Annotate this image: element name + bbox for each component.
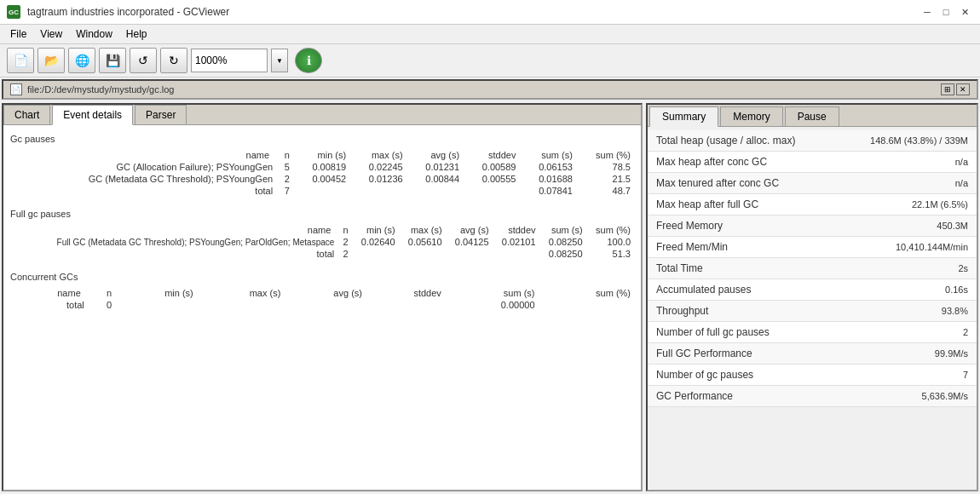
concurrent-gcs-total-sum: 0.00000 xyxy=(445,299,539,311)
gc-pauses-row2-min: 0.00452 xyxy=(293,173,349,185)
summary-label-5: Freed Mem/Min xyxy=(656,241,896,253)
full-gc-pauses-row1-avg: 0.04125 xyxy=(446,236,493,248)
tab-summary[interactable]: Summary xyxy=(649,106,718,127)
summary-label-6: Total Time xyxy=(656,262,958,274)
gc-pauses-row1-max: 0.02245 xyxy=(349,161,406,173)
zoom-dropdown[interactable]: ▼ xyxy=(271,49,288,72)
gc-pauses-row1-name: GC (Allocation Failure); PSYoungGen xyxy=(10,161,276,173)
gc-pauses-row1-avg: 0.01231 xyxy=(406,161,463,173)
new-button[interactable]: 📄 xyxy=(7,48,34,73)
title-text: tagtraum industries incorporated - GCVie… xyxy=(27,6,912,18)
summary-value-7: 0.16s xyxy=(945,284,968,295)
col-name: name xyxy=(10,149,276,161)
fcol-n: n xyxy=(337,224,351,236)
summary-value-9: 2 xyxy=(963,327,968,337)
tab-memory[interactable]: Memory xyxy=(720,106,782,126)
menu-file[interactable]: File xyxy=(3,26,33,42)
full-gc-pauses-total-label: total xyxy=(10,248,337,260)
summary-label-9: Number of full gc pauses xyxy=(656,326,963,338)
fcol-name: name xyxy=(10,224,337,236)
tab-chart[interactable]: Chart xyxy=(3,105,50,124)
col-avg: avg (s) xyxy=(406,149,463,161)
file-path-btn1[interactable]: ⊞ xyxy=(941,83,954,95)
tab-parser[interactable]: Parser xyxy=(135,105,187,124)
gc-pauses-total-pct: 48.7 xyxy=(576,185,634,197)
col-min: min (s) xyxy=(293,149,349,161)
file-path-text: file:/D:/dev/mystudy/mystudy/gc.log xyxy=(27,84,174,95)
file-icon: 📄 xyxy=(10,83,22,95)
summary-value-4: 450.3M xyxy=(937,221,968,231)
tab-pause[interactable]: Pause xyxy=(785,106,839,126)
col-max: max (s) xyxy=(349,149,406,161)
maximize-button[interactable]: □ xyxy=(937,5,954,19)
full-gc-pauses-row1-stddev: 0.02101 xyxy=(493,236,539,248)
file-path-bar: 📄 file:/D:/dev/mystudy/mystudy/gc.log ⊞ … xyxy=(2,79,978,100)
gc-pauses-row2-n: 2 xyxy=(276,173,293,185)
left-panel: Chart Event details Parser Gc pauses nam… xyxy=(2,103,643,491)
summary-label-3: Max heap after full GC xyxy=(656,198,912,210)
app-icon: GC xyxy=(7,5,20,19)
col-n: n xyxy=(276,149,293,161)
full-gc-pauses-total-n: 2 xyxy=(337,248,351,260)
file-path-btn2[interactable]: ✕ xyxy=(956,83,970,95)
gc-pauses-section: Gc pauses name n min (s) max (s) avg (s)… xyxy=(10,132,634,197)
open-button[interactable]: 📂 xyxy=(37,48,65,73)
ccol-n: n xyxy=(88,287,115,299)
summary-label-4: Freed Memory xyxy=(656,220,937,232)
summary-row-6: Total Time 2s xyxy=(648,258,977,279)
ccol-avg: avg (s) xyxy=(284,287,366,299)
summary-label-10: Full GC Performance xyxy=(656,348,935,359)
gc-pauses-row2-stddev: 0.00555 xyxy=(463,173,519,185)
col-sum-pct: sum (%) xyxy=(576,149,634,161)
right-panel: Summary Memory Pause Total heap (usage /… xyxy=(646,103,978,491)
gc-pauses-total-sum: 0.07841 xyxy=(519,185,575,197)
summary-value-11: 7 xyxy=(963,370,968,380)
col-stddev: stddev xyxy=(463,149,519,161)
ccol-stddev: stddev xyxy=(366,287,445,299)
fcol-sum: sum (s) xyxy=(539,224,586,236)
web-button[interactable]: 🌐 xyxy=(68,48,95,73)
ccol-name: name xyxy=(10,287,88,299)
refresh-button[interactable]: ↻ xyxy=(160,48,187,73)
ccol-min: min (s) xyxy=(115,287,197,299)
summary-label-8: Throughput xyxy=(656,305,942,317)
save-button[interactable]: 💾 xyxy=(99,48,126,73)
gc-pauses-row-1: GC (Allocation Failure); PSYoungGen 5 0.… xyxy=(10,161,634,173)
full-gc-pauses-row1-min: 0.02640 xyxy=(352,236,399,248)
gc-pauses-row2-name: GC (Metadata GC Threshold); PSYoungGen xyxy=(10,173,276,185)
summary-value-12: 5,636.9M/s xyxy=(922,391,968,401)
menu-view[interactable]: View xyxy=(33,26,69,42)
concurrent-gcs-total-label: total xyxy=(10,299,88,311)
gc-pauses-row2-sumpct: 21.5 xyxy=(576,173,634,185)
summary-row-9: Number of full gc pauses 2 xyxy=(648,322,977,343)
reload-button[interactable]: ↺ xyxy=(130,48,157,73)
summary-label-0: Total heap (usage / alloc. max) xyxy=(656,135,870,146)
gc-pauses-row2-avg: 0.00844 xyxy=(406,173,463,185)
right-tabs: Summary Memory Pause xyxy=(648,105,977,127)
gc-pauses-row1-min: 0.00819 xyxy=(293,161,349,173)
ccol-sum: sum (s) xyxy=(445,287,539,299)
full-gc-pauses-row1-sum: 0.08250 xyxy=(539,236,586,248)
fcol-sum-pct: sum (%) xyxy=(586,224,634,236)
full-gc-pauses-title: Full gc pauses xyxy=(10,207,634,221)
menu-help[interactable]: Help xyxy=(119,26,154,42)
full-gc-pauses-row1-max: 0.05610 xyxy=(399,236,446,248)
menu-window[interactable]: Window xyxy=(69,26,119,42)
concurrent-gcs-total-n: 0 xyxy=(88,299,115,311)
concurrent-gcs-title: Concurrent GCs xyxy=(10,270,634,284)
summary-row-7: Accumulated pauses 0.16s xyxy=(648,279,977,301)
summary-row-11: Number of gc pauses 7 xyxy=(648,365,977,386)
summary-label-11: Number of gc pauses xyxy=(656,369,963,381)
info-button[interactable]: ℹ xyxy=(295,48,322,73)
zoom-input[interactable]: 1000% xyxy=(191,49,268,72)
fcol-min: min (s) xyxy=(352,224,399,236)
gc-pauses-row1-n: 5 xyxy=(276,161,293,173)
concurrent-gcs-total-row: total 0 0.00000 xyxy=(10,299,634,311)
full-gc-pauses-row-1: Full GC (Metadata GC Threshold); PSYoung… xyxy=(10,236,634,248)
gc-pauses-row2-max: 0.01236 xyxy=(349,173,406,185)
minimize-button[interactable]: ─ xyxy=(919,5,936,19)
summary-row-0: Total heap (usage / alloc. max) 148.6M (… xyxy=(648,130,977,152)
summary-content: Total heap (usage / alloc. max) 148.6M (… xyxy=(648,127,977,490)
close-button[interactable]: ✕ xyxy=(956,5,973,19)
tab-event-details[interactable]: Event details xyxy=(52,105,133,125)
